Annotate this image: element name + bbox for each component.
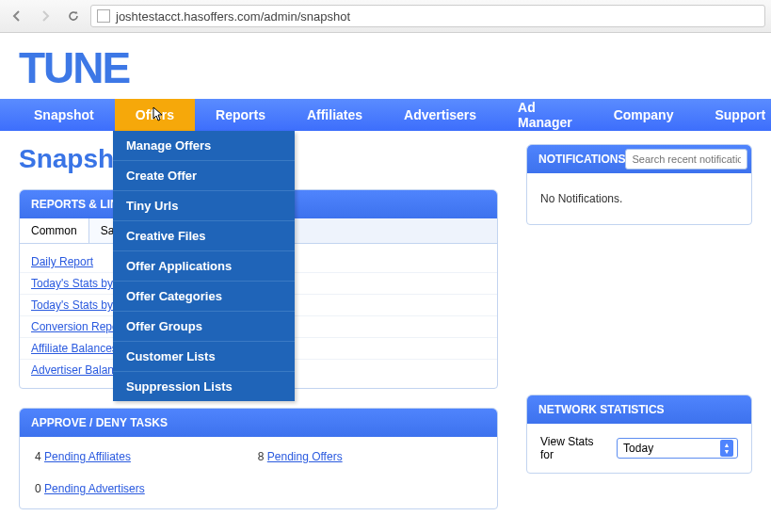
- tasks-right-col: 8 Pending Offers: [258, 450, 343, 495]
- link-pending-advertisers[interactable]: Pending Advertisers: [44, 482, 145, 495]
- approve-deny-tasks-panel: APPROVE / DENY TASKS 4 Pending Affiliate…: [19, 408, 498, 509]
- dropdown-create-offer[interactable]: Create Offer: [113, 161, 295, 191]
- logo: TUNE: [19, 43, 129, 92]
- nav-snapshot[interactable]: Snapshot: [13, 99, 115, 131]
- url-bar[interactable]: joshtestacct.hasoffers.com/admin/snapsho…: [90, 5, 765, 27]
- dropdown-offer-groups[interactable]: Offer Groups: [113, 312, 295, 342]
- back-button[interactable]: [6, 5, 28, 27]
- network-statistics-panel: NETWORK STATISTICS View Stats for Today …: [526, 395, 752, 474]
- task-pending-affiliates: 4 Pending Affiliates: [35, 450, 145, 463]
- stats-header: NETWORK STATISTICS: [527, 395, 751, 424]
- notifications-panel: NOTIFICATIONS No Notifications.: [526, 144, 752, 225]
- dropdown-manage-offers[interactable]: Manage Offers: [113, 131, 295, 161]
- nav-offers[interactable]: Offers: [115, 99, 195, 131]
- nav-company[interactable]: Company: [593, 99, 695, 131]
- stats-label: View Stats for: [540, 435, 609, 461]
- nav-affiliates[interactable]: Affiliates: [286, 99, 383, 131]
- nav-support[interactable]: Support: [694, 99, 771, 131]
- dropdown-creative-files[interactable]: Creative Files: [113, 221, 295, 251]
- notifications-title: NOTIFICATIONS: [538, 153, 625, 166]
- nav-reports[interactable]: Reports: [195, 99, 286, 131]
- notifications-header: NOTIFICATIONS: [527, 145, 751, 173]
- forward-button[interactable]: [34, 5, 56, 27]
- dropdown-customer-lists[interactable]: Customer Lists: [113, 342, 295, 372]
- nav-advertisers[interactable]: Advertisers: [383, 99, 497, 131]
- reload-button[interactable]: [62, 5, 85, 27]
- notifications-body: No Notifications.: [527, 173, 751, 224]
- offers-dropdown: Manage Offers Create Offer Tiny Urls Cre…: [113, 131, 295, 401]
- notifications-search-input[interactable]: [625, 149, 747, 169]
- main-nav: Snapshot Offers Reports Affiliates Adver…: [0, 99, 771, 131]
- tasks-panel-header: APPROVE / DENY TASKS: [20, 409, 497, 437]
- dropdown-tiny-urls[interactable]: Tiny Urls: [113, 191, 295, 221]
- logo-area: TUNE: [0, 33, 771, 99]
- dropdown-offer-applications[interactable]: Offer Applications: [113, 251, 295, 282]
- task-pending-offers: 8 Pending Offers: [258, 450, 343, 463]
- nav-ad-manager[interactable]: Ad Manager: [497, 99, 593, 131]
- tasks-left-col: 4 Pending Affiliates 0 Pending Advertise…: [35, 450, 145, 495]
- stats-range-select[interactable]: Today ▲▼: [617, 438, 738, 459]
- page-icon: [97, 9, 110, 23]
- select-arrows-icon: ▲▼: [720, 440, 733, 457]
- stats-selected-value: Today: [623, 442, 653, 455]
- task-pending-advertisers: 0 Pending Advertisers: [35, 482, 145, 495]
- dropdown-suppression-lists[interactable]: Suppression Lists: [113, 372, 295, 401]
- tab-common[interactable]: Common: [20, 218, 89, 243]
- url-text: joshtestacct.hasoffers.com/admin/snapsho…: [116, 9, 350, 24]
- link-pending-affiliates[interactable]: Pending Affiliates: [44, 450, 131, 463]
- browser-toolbar: joshtestacct.hasoffers.com/admin/snapsho…: [0, 0, 771, 33]
- link-pending-offers[interactable]: Pending Offers: [267, 450, 343, 463]
- dropdown-offer-categories[interactable]: Offer Categories: [113, 282, 295, 312]
